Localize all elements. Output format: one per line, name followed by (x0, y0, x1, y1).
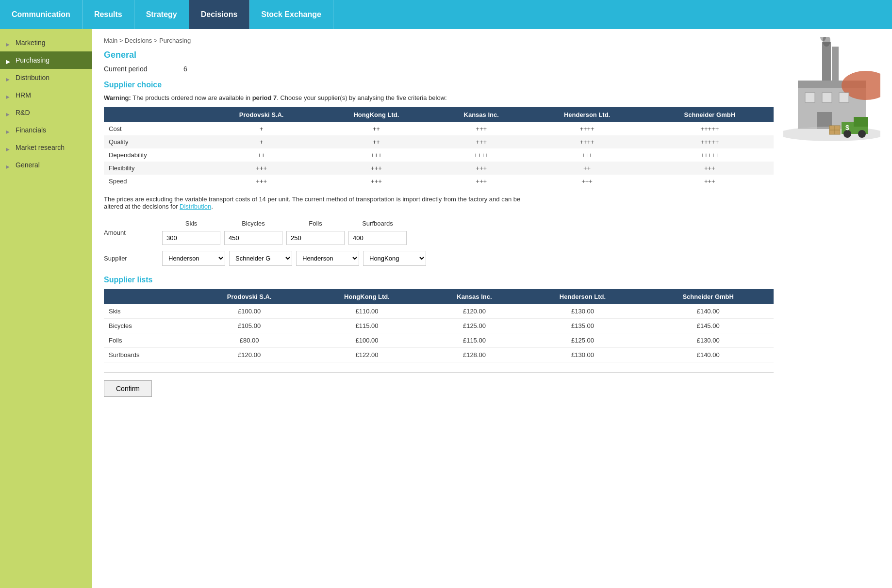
supplier-select-skis[interactable]: Henderson Prodovski S.A. HongKong Ltd. K… (162, 251, 225, 266)
sidebar: Marketing Purchasing Distribution HRM R&… (0, 29, 92, 588)
general-info: Current period 6 (104, 65, 774, 73)
confirm-button[interactable]: Confirm (104, 380, 152, 397)
henderson-value: ++++ (529, 135, 646, 148)
list-row: Skis £100.00 £110.00 £120.00 £130.00 £14… (104, 304, 774, 319)
svg-point-15 (858, 130, 866, 138)
supplier-choice-title: Supplier choice (104, 81, 774, 89)
arrow-icon (6, 75, 12, 81)
henderson-price: £125.00 (523, 333, 643, 348)
hongkong-price: £100.00 (308, 333, 427, 348)
supplier-row: Supplier Henderson Prodovski S.A. HongKo… (104, 251, 774, 266)
factory-illustration: $ (783, 37, 880, 164)
transport-note: The prices are excluding the variable tr… (104, 196, 541, 210)
header: Communication Results Strategy Decisions… (0, 0, 892, 29)
criterion-label: Flexibility (104, 162, 204, 175)
supplier-selects: Henderson Prodovski S.A. HongKong Ltd. K… (162, 251, 426, 266)
hongkong-value: +++ (318, 175, 434, 188)
sidebar-item-market-research[interactable]: Market research (0, 139, 92, 156)
prodovski-price: £120.00 (191, 348, 308, 362)
supplier-select-bicycles[interactable]: Schneider G Prodovski S.A. HongKong Ltd.… (229, 251, 292, 266)
schneider-value: +++++ (646, 135, 774, 148)
amount-input-skis[interactable] (162, 231, 220, 245)
hongkong-price: £110.00 (308, 304, 427, 319)
amount-input-surfboards[interactable] (348, 231, 407, 245)
criteria-col-header-4: Henderson Ltd. (529, 107, 646, 122)
prodovski-value: + (204, 122, 318, 135)
henderson-value: ++++ (529, 122, 646, 135)
arrow-icon (6, 145, 12, 150)
prodovski-value: ++ (204, 148, 318, 162)
kansas-price: £125.00 (426, 319, 522, 333)
arrow-icon (6, 92, 12, 98)
tab-results[interactable]: Results (83, 0, 134, 29)
amount-row: Amount Skis Bicycles Foils (104, 220, 774, 245)
list-col-2: HongKong Ltd. (308, 289, 427, 304)
list-row: Foils £80.00 £100.00 £115.00 £125.00 £13… (104, 333, 774, 348)
criteria-row: Cost + ++ +++ ++++ +++++ (104, 122, 774, 135)
schneider-price: £130.00 (643, 333, 774, 348)
criteria-row: Dependability ++ +++ ++++ +++ +++++ (104, 148, 774, 162)
criteria-row: Quality + ++ +++ ++++ +++++ (104, 135, 774, 148)
hongkong-value: ++ (318, 122, 434, 135)
list-col-3: Kansas Inc. (426, 289, 522, 304)
henderson-value: +++ (529, 175, 646, 188)
hongkong-value: +++ (318, 148, 434, 162)
product-label: Surfboards (104, 348, 191, 362)
arrow-icon (6, 110, 12, 115)
supplier-col-bicycles: Schneider G Prodovski S.A. HongKong Ltd.… (229, 251, 292, 266)
schneider-value: +++++ (646, 122, 774, 135)
sidebar-item-purchasing[interactable]: Purchasing (0, 51, 92, 69)
tab-stock-exchange[interactable]: Stock Exchange (249, 0, 333, 29)
amount-label: Amount (104, 229, 162, 236)
criteria-row: Speed +++ +++ +++ +++ +++ (104, 175, 774, 188)
kansas-value: +++ (434, 122, 529, 135)
distribution-link[interactable]: Distribution (180, 203, 211, 210)
product-col-skis: Skis (162, 220, 220, 245)
schneider-value: +++++ (646, 148, 774, 162)
kansas-price: £120.00 (426, 304, 522, 319)
prodovski-value: + (204, 135, 318, 148)
henderson-value: +++ (529, 148, 646, 162)
sidebar-item-hrm[interactable]: HRM (0, 86, 92, 104)
supplier-lists-table: Prodovski S.A. HongKong Ltd. Kansas Inc.… (104, 289, 774, 362)
sidebar-item-financials[interactable]: Financials (0, 121, 92, 139)
svg-rect-13 (854, 117, 868, 127)
prodovski-price: £100.00 (191, 304, 308, 319)
amount-input-foils[interactable] (286, 231, 345, 245)
prodovski-value: +++ (204, 175, 318, 188)
arrow-icon (6, 127, 12, 133)
schneider-value: +++ (646, 175, 774, 188)
criteria-table: Prodovski S.A. HongKong Ltd. Kansas Inc.… (104, 107, 774, 188)
supplier-select-surfboards[interactable]: HongKong Prodovski S.A. HongKong Ltd. Ka… (363, 251, 426, 266)
criterion-label: Cost (104, 122, 204, 135)
henderson-price: £135.00 (523, 319, 643, 333)
supplier-select-foils[interactable]: Henderson Prodovski S.A. HongKong Ltd. K… (296, 251, 359, 266)
svg-text:$: $ (845, 124, 849, 131)
product-columns: Skis Bicycles Foils (162, 220, 407, 245)
supplier-col-skis: Henderson Prodovski S.A. HongKong Ltd. K… (162, 251, 225, 266)
sidebar-item-rd[interactable]: R&D (0, 104, 92, 121)
kansas-value: +++ (434, 175, 529, 188)
hongkong-price: £115.00 (308, 319, 427, 333)
criteria-row: Flexibility +++ +++ +++ ++ +++ (104, 162, 774, 175)
warning-text: Warning: The products ordered now are av… (104, 94, 774, 101)
list-col-5: Schneider GmbH (643, 289, 774, 304)
product-label: Skis (104, 304, 191, 319)
product-header-foils: Foils (286, 220, 345, 227)
schneider-price: £140.00 (643, 348, 774, 362)
henderson-value: ++ (529, 162, 646, 175)
list-col-4: Henderson Ltd. (523, 289, 643, 304)
kansas-price: £128.00 (426, 348, 522, 362)
product-col-surfboards: Surfboards (348, 220, 407, 245)
sidebar-item-general[interactable]: General (0, 156, 92, 174)
sidebar-item-distribution[interactable]: Distribution (0, 69, 92, 86)
tab-strategy[interactable]: Strategy (134, 0, 189, 29)
tab-decisions[interactable]: Decisions (189, 0, 250, 29)
product-header-surfboards: Surfboards (348, 220, 407, 227)
tab-communication[interactable]: Communication (0, 0, 83, 29)
hongkong-price: £122.00 (308, 348, 427, 362)
general-title: General (104, 50, 774, 60)
amount-input-bicycles[interactable] (224, 231, 282, 245)
product-header-skis: Skis (162, 220, 220, 227)
sidebar-item-marketing[interactable]: Marketing (0, 34, 92, 51)
